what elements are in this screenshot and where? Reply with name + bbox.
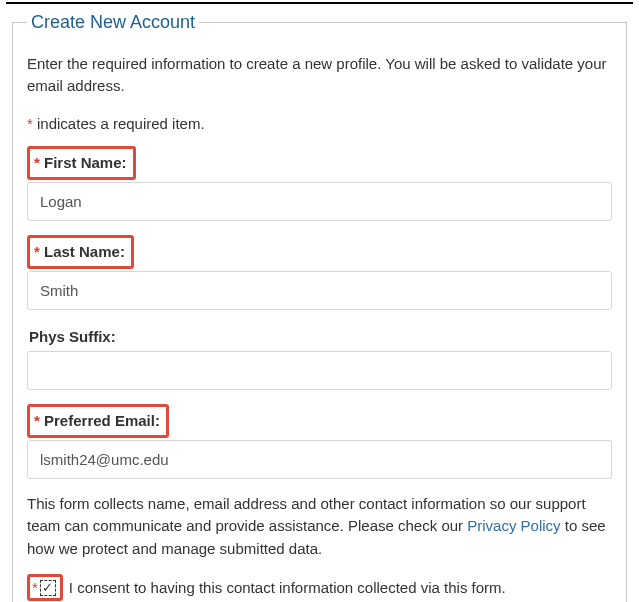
last-name-label-highlight: * Last Name: — [27, 235, 134, 269]
intro-text: Enter the required information to create… — [27, 53, 612, 97]
required-note-text: indicates a required item. — [37, 115, 205, 132]
first-name-label-highlight: * First Name: — [27, 146, 136, 180]
email-label-text: Preferred Email: — [44, 412, 160, 429]
consent-highlight: * ✓ — [27, 574, 63, 601]
top-divider — [6, 2, 633, 4]
create-account-panel: Create New Account Enter the required in… — [12, 12, 627, 602]
asterisk-icon: * — [34, 243, 40, 260]
first-name-label-text: First Name: — [44, 154, 127, 171]
first-name-label: * First Name: — [32, 150, 129, 176]
consent-text: I consent to having this contact informa… — [69, 579, 506, 596]
first-name-input[interactable] — [27, 182, 612, 221]
consent-row: * ✓ I consent to having this contact inf… — [27, 574, 612, 601]
email-input[interactable] — [27, 440, 612, 479]
last-name-input[interactable] — [27, 271, 612, 310]
consent-checkbox[interactable]: ✓ — [40, 580, 56, 596]
suffix-block: Phys Suffix: — [27, 324, 612, 398]
asterisk-icon: * — [27, 115, 33, 132]
required-note: * indicates a required item. — [27, 115, 612, 132]
first-name-block: * First Name: — [27, 146, 612, 229]
last-name-label: * Last Name: — [32, 239, 127, 265]
panel-legend: Create New Account — [27, 12, 199, 33]
email-label-highlight: * Preferred Email: — [27, 404, 169, 438]
privacy-policy-link[interactable]: Privacy Policy — [467, 517, 560, 534]
asterisk-icon: * — [34, 154, 40, 171]
suffix-input[interactable] — [27, 351, 612, 390]
asterisk-icon: * — [34, 412, 40, 429]
email-block: * Preferred Email: — [27, 404, 612, 487]
privacy-text: This form collects name, email address a… — [27, 493, 612, 561]
last-name-block: * Last Name: — [27, 235, 612, 318]
last-name-label-text: Last Name: — [44, 243, 125, 260]
email-label: * Preferred Email: — [32, 408, 162, 434]
suffix-label: Phys Suffix: — [27, 324, 118, 349]
asterisk-icon: * — [32, 579, 38, 596]
